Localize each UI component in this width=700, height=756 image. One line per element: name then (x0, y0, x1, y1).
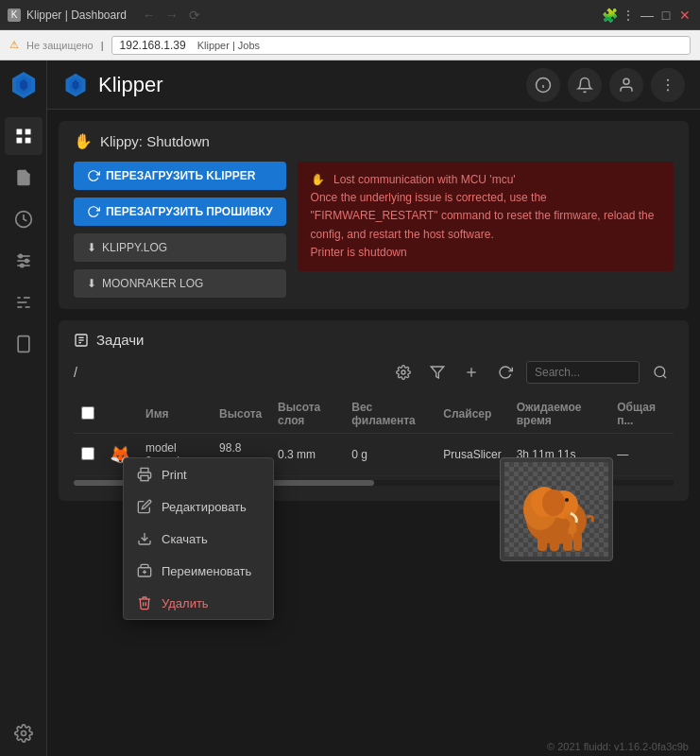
jobs-card: Задачи / (59, 320, 689, 501)
jobs-title-text: Задачи (96, 332, 144, 348)
more-options-icon (659, 77, 676, 94)
sidebar-item-config[interactable] (5, 284, 43, 321)
url-bar[interactable]: 192.168.1.39 Klipper | Jobs (111, 36, 691, 55)
sidebar-item-files[interactable] (5, 159, 43, 197)
app-container: Klipper ✋ (0, 60, 700, 756)
context-menu-print[interactable]: Print (124, 458, 273, 490)
refresh-icon (498, 365, 513, 380)
svg-rect-6 (25, 138, 30, 144)
jobs-toolbar: / (74, 359, 674, 386)
window-controls: 🧩 ⋮ — □ ✕ (602, 8, 692, 23)
filter-button[interactable] (424, 359, 451, 386)
hand-icon: ✋ (74, 132, 93, 150)
user-button[interactable] (609, 68, 643, 102)
klippy-log-button[interactable]: ⬇ KLIPPY.LOG (74, 233, 286, 262)
error-message-box: ✋ Lost communication with MCU 'mcu'Once … (298, 162, 674, 271)
col-layer-height: Высота слоя (270, 395, 344, 434)
more-options-button[interactable] (651, 68, 685, 102)
separator: | (101, 40, 104, 51)
title-bar: K Klipper | Dashboard ← → ⟳ 🧩 ⋮ — □ ✕ (0, 0, 700, 30)
svg-point-35 (655, 367, 665, 377)
footer: © 2021 fluidd: v1.16.2-0fa3c9b (47, 737, 700, 756)
svg-point-24 (667, 78, 669, 80)
svg-rect-53 (538, 536, 547, 551)
svg-line-36 (663, 375, 666, 378)
col-time: Ожидаемое время (509, 395, 610, 434)
sidebar-item-settings[interactable] (5, 714, 43, 752)
moonraker-log-button[interactable]: ⬇ MOONRAKER Log (74, 269, 286, 298)
search-input[interactable] (526, 361, 640, 384)
filter-icon (430, 365, 445, 380)
header-logo-title: Klipper (62, 72, 162, 98)
svg-rect-55 (563, 534, 572, 551)
address-bar: ⚠ Не защищено | 192.168.1.39 Klipper | J… (0, 30, 700, 60)
sidebar-item-tuning[interactable] (5, 242, 43, 280)
info-button[interactable] (526, 68, 560, 102)
col-slicer: Слайсер (435, 395, 508, 434)
col-icon (102, 395, 138, 434)
reload-button[interactable]: ⟳ (185, 6, 204, 25)
right-panel: Klipper ✋ (47, 60, 700, 756)
svg-point-25 (667, 83, 669, 85)
add-icon (464, 365, 479, 380)
alert-title: ✋ Klippy: Shutdown (74, 132, 674, 150)
extension-icon[interactable]: 🧩 (602, 8, 617, 23)
back-button[interactable]: ← (140, 6, 159, 25)
delete-icon (137, 595, 152, 610)
select-all-checkbox[interactable] (81, 406, 94, 420)
forward-button[interactable]: → (162, 6, 181, 25)
svg-point-12 (25, 259, 27, 262)
rename-icon (137, 563, 152, 578)
folder-settings-button[interactable] (390, 359, 417, 386)
close-button[interactable]: ✕ (677, 8, 692, 23)
context-menu-download[interactable]: Скачать (124, 523, 273, 555)
bell-icon (576, 77, 593, 94)
col-name: Имя (138, 395, 212, 434)
main-content: ✋ Klippy: Shutdown ПЕРЕЗАГРУЗИТЬ KLIPPER… (47, 110, 700, 756)
context-menu-delete[interactable]: Удалить (124, 587, 273, 619)
not-secure-label: Не защищено (26, 40, 94, 51)
security-warning-icon: ⚠ (9, 39, 19, 51)
svg-point-31 (401, 370, 405, 374)
download-icon-2: ⬇ (87, 277, 96, 290)
row-checkbox[interactable] (81, 447, 94, 460)
context-menu: Print Редактировать Скачать Переименоват… (123, 457, 274, 620)
svg-rect-54 (550, 536, 559, 551)
error-text: Lost communication with MCU 'mcu'Once th… (311, 173, 655, 259)
footer-text: © 2021 fluidd: v1.16.2-0fa3c9b (547, 741, 689, 752)
print-icon (137, 467, 152, 482)
notifications-button[interactable] (568, 68, 602, 102)
sidebar-item-dashboard[interactable] (5, 117, 43, 155)
svg-rect-14 (18, 336, 29, 352)
folder-settings-icon (396, 365, 411, 380)
maximize-button[interactable]: □ (658, 8, 674, 23)
svg-point-23 (623, 78, 629, 84)
col-total: Общая п... (609, 395, 674, 434)
file-thumbnail (500, 457, 613, 561)
context-menu-edit[interactable]: Редактировать (124, 490, 273, 523)
alert-body: ПЕРЕЗАГРУЗИТЬ KLIPPER ПЕРЕЗАГРУЗИТЬ ПРОШ… (74, 162, 674, 298)
refresh-button[interactable] (492, 359, 519, 386)
context-menu-rename[interactable]: Переименовать (124, 555, 273, 587)
svg-point-52 (565, 498, 569, 502)
sidebar-item-history[interactable] (5, 200, 43, 238)
info-icon (535, 77, 552, 94)
search-icon (653, 365, 668, 380)
browser-menu-button[interactable]: ⋮ (621, 8, 636, 23)
svg-rect-3 (16, 129, 22, 135)
restart-klipper-button[interactable]: ПЕРЕЗАГРУЗИТЬ KLIPPER (74, 162, 286, 190)
title-bar-left: K Klipper | Dashboard ← → ⟳ (8, 6, 204, 25)
app-header: Klipper (47, 60, 700, 110)
svg-point-51 (542, 490, 565, 516)
app-logo (7, 68, 41, 102)
sidebar-item-device[interactable] (5, 325, 43, 363)
edit-icon (137, 499, 152, 514)
minimize-button[interactable]: — (640, 8, 655, 23)
search-button[interactable] (647, 359, 674, 386)
cell-total: — (609, 434, 674, 476)
restart-firmware-button[interactable]: ПЕРЕЗАГРУЗИТЬ ПРОШИВКУ (74, 198, 286, 226)
user-icon (618, 77, 635, 94)
url-text: 192.168.1.39 (120, 39, 186, 52)
add-folder-button[interactable] (458, 359, 485, 386)
alert-buttons: ПЕРЕЗАГРУЗИТЬ KLIPPER ПЕРЕЗАГРУЗИТЬ ПРОШ… (74, 162, 286, 298)
